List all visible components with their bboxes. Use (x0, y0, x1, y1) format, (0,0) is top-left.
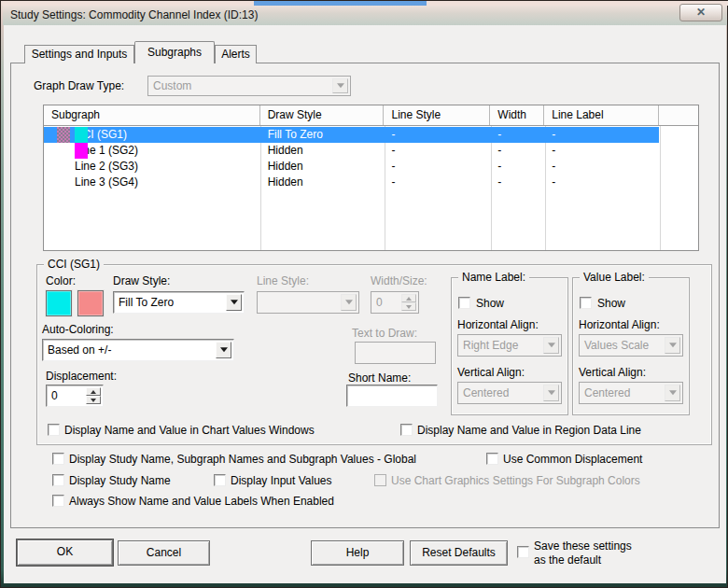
window-title: Study Settings: Commodity Channel Index … (10, 6, 258, 25)
help-button[interactable]: Help (311, 540, 404, 566)
cancel-button[interactable]: Cancel (118, 540, 210, 566)
ok-button[interactable]: OK (17, 539, 113, 566)
dialog-body: Settings and Inputs Subgraphs Alerts Gra… (4, 25, 726, 583)
close-button[interactable]: ✕ (679, 4, 722, 21)
tab-alerts[interactable]: Alerts (215, 45, 257, 63)
tab-label: Settings and Inputs (32, 48, 128, 61)
title-bar: Study Settings: Commodity Channel Index … (3, 6, 727, 25)
tab-label: Subgraphs (147, 46, 202, 59)
save-as-default-checkbox[interactable] (517, 546, 529, 558)
dialog-window: Study Settings: Commodity Channel Index … (0, 0, 728, 588)
save-as-default-label: Save these settings as the default (534, 539, 644, 567)
close-icon: ✕ (696, 6, 706, 19)
tab-label: Alerts (221, 48, 250, 61)
tab-page-subgraphs (10, 63, 720, 528)
tab-settings-and-inputs[interactable]: Settings and Inputs (24, 45, 134, 63)
reset-defaults-button[interactable]: Reset Defaults (410, 540, 508, 566)
tab-subgraphs[interactable]: Subgraphs (134, 41, 215, 63)
